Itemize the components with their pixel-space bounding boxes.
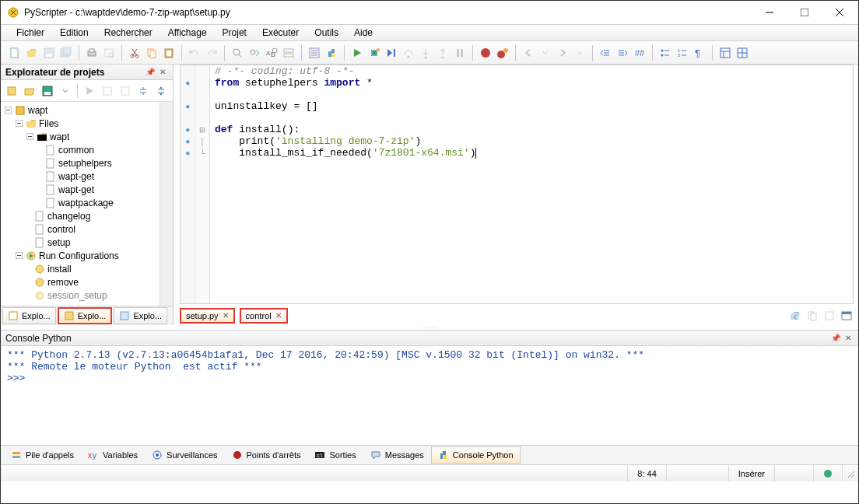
- proj-run-icon[interactable]: [82, 83, 97, 99]
- tree-item[interactable]: remove: [47, 277, 79, 288]
- find-icon[interactable]: [230, 45, 245, 61]
- nav-fwd-icon[interactable]: [555, 45, 570, 61]
- file-tab-control[interactable]: control✕: [240, 308, 288, 324]
- stop-icon[interactable]: [478, 45, 493, 61]
- tree-root[interactable]: wapt: [28, 105, 47, 116]
- menu-view[interactable]: Affichage: [160, 25, 215, 40]
- stop-debug-icon[interactable]: [495, 45, 510, 61]
- tree-item[interactable]: Files: [39, 118, 58, 129]
- indent-icon[interactable]: [615, 45, 630, 61]
- proj-save-icon[interactable]: [40, 83, 55, 99]
- pilcrow-icon[interactable]: ¶: [692, 45, 707, 61]
- tab-output[interactable]: c:\Sorties: [307, 446, 363, 464]
- print-icon[interactable]: [84, 45, 100, 61]
- fold-icon[interactable]: ⊟: [196, 124, 210, 135]
- menu-edit[interactable]: Edition: [52, 25, 96, 40]
- expand-icon[interactable]: [15, 119, 23, 128]
- run-to-cursor-icon[interactable]: [384, 45, 399, 61]
- proj-open-icon[interactable]: [22, 83, 37, 99]
- pin-icon[interactable]: 📌: [145, 67, 156, 78]
- proj-dd-icon[interactable]: [58, 83, 73, 99]
- editor-text[interactable]: # -*- coding: utf-8 -*- from setuphelper…: [210, 65, 853, 303]
- copy2-icon[interactable]: [822, 309, 836, 323]
- step-over-icon[interactable]: [401, 45, 416, 61]
- comment-icon[interactable]: ##: [632, 45, 647, 61]
- tree-item[interactable]: common: [58, 145, 94, 156]
- tab-callstack[interactable]: Pile d'appels: [4, 446, 81, 464]
- tree-item[interactable]: install: [47, 264, 72, 275]
- nav-back-icon[interactable]: [521, 45, 536, 61]
- debug-icon[interactable]: [366, 45, 382, 61]
- proj-add-icon[interactable]: [100, 83, 115, 99]
- tree-item[interactable]: setuphelpers: [58, 158, 112, 169]
- pause-icon[interactable]: [452, 45, 468, 61]
- close-tab-icon[interactable]: ✕: [275, 311, 282, 320]
- settings-icon[interactable]: [307, 45, 322, 61]
- layout2-icon[interactable]: [735, 45, 750, 61]
- redo-icon[interactable]: [204, 45, 219, 61]
- nav-files-icon[interactable]: [788, 309, 802, 323]
- proj-rem-icon[interactable]: [117, 83, 133, 99]
- save-all-icon[interactable]: [58, 45, 74, 61]
- step-out-icon[interactable]: [435, 45, 451, 61]
- left-tab-1[interactable]: Explo...: [2, 307, 56, 324]
- find-text-icon[interactable]: AB: [264, 45, 279, 61]
- copy-icon[interactable]: [144, 45, 160, 61]
- proj-collapse-icon[interactable]: [135, 83, 151, 99]
- tree-item[interactable]: wapt: [50, 131, 69, 142]
- pin-icon[interactable]: 📌: [830, 333, 841, 344]
- paste-icon[interactable]: [161, 45, 177, 61]
- bullet-list-icon[interactable]: [657, 45, 673, 61]
- nav-fwd-dd-icon[interactable]: [572, 45, 587, 61]
- maximize-button[interactable]: [787, 2, 822, 23]
- window-icon[interactable]: [840, 309, 854, 323]
- tree-item[interactable]: changelog: [47, 211, 90, 222]
- editor[interactable]: ● ● ● ● ● ⊟ │└ # -*- coding: utf-8 -*- f…: [180, 65, 854, 304]
- tree-item[interactable]: Run Configurations: [39, 250, 119, 261]
- nav-back-dd-icon[interactable]: [538, 45, 553, 61]
- menu-execute[interactable]: Exécuter: [254, 25, 307, 40]
- tree-scrollbar[interactable]: [160, 102, 173, 306]
- copy-path-icon[interactable]: [805, 309, 819, 323]
- num-list-icon[interactable]: 12: [675, 45, 690, 61]
- tab-breakpoints[interactable]: Points d'arrêts: [225, 446, 308, 464]
- left-tab-3[interactable]: Explo...: [114, 307, 167, 324]
- left-tab-2[interactable]: Explo...: [58, 307, 113, 324]
- project-tree[interactable]: wapt Files wapt common setuphelpers wapt…: [1, 102, 160, 306]
- print-preview-icon[interactable]: [101, 45, 117, 61]
- replace-icon[interactable]: [281, 45, 296, 61]
- panel-close-icon[interactable]: ✕: [157, 67, 168, 78]
- menu-project[interactable]: Projet: [215, 25, 254, 40]
- tree-item[interactable]: setup: [47, 237, 70, 248]
- python-icon[interactable]: [324, 45, 339, 61]
- tab-messages[interactable]: Messages: [363, 446, 431, 464]
- tab-variables[interactable]: xyVariables: [81, 446, 145, 464]
- cut-icon[interactable]: [127, 45, 142, 61]
- new-file-icon[interactable]: [7, 45, 23, 61]
- save-icon[interactable]: [41, 45, 57, 61]
- tree-item[interactable]: waptpackage: [58, 198, 114, 208]
- outdent-icon[interactable]: [598, 45, 613, 61]
- expand-icon[interactable]: [15, 251, 23, 260]
- proj-expand-icon[interactable]: [153, 83, 169, 99]
- menu-file[interactable]: Fichier: [9, 25, 52, 40]
- run-icon[interactable]: [349, 45, 365, 61]
- file-tab-setup[interactable]: setup.py✕: [180, 308, 235, 324]
- panel-close-icon[interactable]: ✕: [843, 333, 854, 344]
- resize-grip-icon[interactable]: [842, 465, 858, 481]
- menu-tools[interactable]: Outils: [307, 25, 346, 40]
- tree-item[interactable]: wapt-get: [58, 184, 94, 195]
- minimize-button[interactable]: [752, 2, 787, 23]
- console-output[interactable]: *** Python 2.7.13 (v2.7.13:a06454b1afa1,…: [1, 346, 858, 445]
- proj-new-icon[interactable]: [4, 83, 19, 99]
- layout-icon[interactable]: [717, 45, 733, 61]
- close-tab-icon[interactable]: ✕: [223, 311, 229, 320]
- step-into-icon[interactable]: [418, 45, 433, 61]
- menu-help[interactable]: Aide: [346, 25, 380, 40]
- expand-icon[interactable]: [4, 106, 12, 114]
- tree-item[interactable]: session_setup: [47, 290, 107, 301]
- tab-console-python[interactable]: Console Python: [431, 446, 521, 464]
- tab-watches[interactable]: Surveillances: [145, 446, 224, 464]
- menu-search[interactable]: Rechercher: [96, 25, 160, 40]
- tree-item[interactable]: control: [47, 224, 75, 235]
